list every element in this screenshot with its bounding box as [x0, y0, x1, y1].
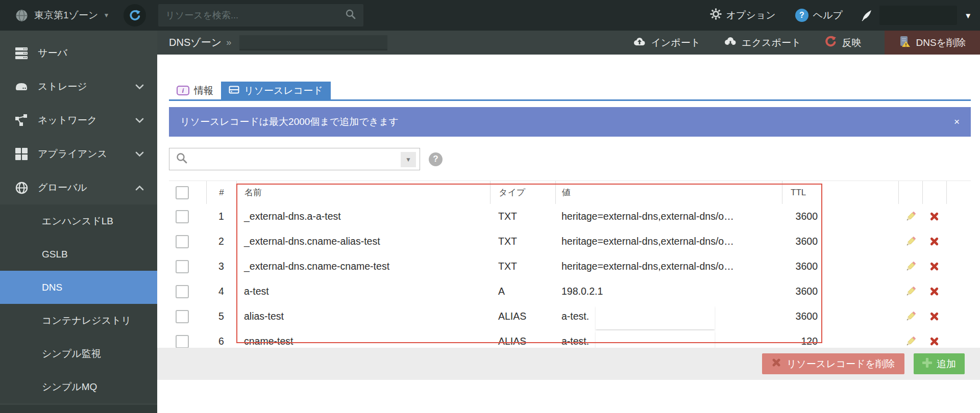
- edit-pencil-icon[interactable]: [904, 286, 917, 298]
- info-banner: リソースレコードは最大2000個まで追加できます ×: [169, 107, 971, 137]
- chevron-down-icon: [135, 118, 144, 123]
- delete-x-icon[interactable]: [929, 237, 939, 246]
- row-checkbox[interactable]: [176, 285, 189, 298]
- storage-icon: [14, 82, 29, 92]
- resource-search-input[interactable]: [165, 10, 345, 21]
- row-checkbox[interactable]: [176, 310, 189, 323]
- edit-pencil-icon[interactable]: [904, 236, 917, 248]
- appliance-icon: [14, 148, 29, 161]
- record-value: heritage=external-dns,external-dns/o…: [555, 204, 782, 229]
- row-checkbox[interactable]: [176, 210, 189, 223]
- value-redaction-overlay: [596, 305, 715, 329]
- column-header-name[interactable]: 名前: [236, 181, 490, 204]
- network-icon: [14, 114, 29, 126]
- help-button[interactable]: ? ヘルプ: [795, 9, 843, 22]
- options-button[interactable]: オプション: [710, 8, 776, 22]
- record-type: TXT: [490, 254, 555, 279]
- column-header-type[interactable]: タイプ: [490, 181, 555, 204]
- delete-x-icon[interactable]: [929, 337, 939, 346]
- table-row: 1 _external-dns.a-a-test TXT heritage=ex…: [169, 204, 971, 229]
- row-checkbox[interactable]: [176, 335, 189, 348]
- record-filter-box[interactable]: ▼: [169, 148, 420, 170]
- delete-records-button[interactable]: リソースレコードを削除: [762, 353, 904, 374]
- table-body: 1 _external-dns.a-a-test TXT heritage=ex…: [169, 204, 971, 354]
- row-number: 3: [206, 254, 236, 279]
- zone-selector-label[interactable]: 東京第1ゾーン: [34, 9, 98, 22]
- refresh-button[interactable]: [124, 4, 146, 27]
- import-button[interactable]: インポート: [633, 36, 700, 49]
- delete-x-icon[interactable]: [929, 262, 939, 271]
- row-number: 2: [206, 229, 236, 254]
- sidebar-item-label: ネットワーク: [38, 114, 97, 127]
- delete-x-icon[interactable]: [929, 312, 939, 321]
- sidebar-item-simple-monitoring[interactable]: シンプル監視: [0, 337, 157, 370]
- sidebar-item-label: サーバ: [38, 46, 67, 60]
- content: i 情報 リソースレコード リソースレコードは最大2000個まで追加できます ×: [157, 82, 980, 354]
- sidebar-next-section-edge: [0, 405, 157, 413]
- records-table: # 名前 タイプ 値 TTL 1 _external-dns.a-a-test …: [169, 180, 971, 354]
- add-record-button[interactable]: 追加: [914, 353, 965, 374]
- globe-icon: [14, 182, 29, 194]
- row-number: 1: [206, 204, 236, 229]
- table-header-row: # 名前 タイプ 値 TTL: [169, 180, 971, 204]
- sidebar-item-global[interactable]: グローバル: [0, 171, 157, 204]
- sub-item-label: DNS: [42, 282, 62, 293]
- tab-info[interactable]: i 情報: [169, 82, 221, 99]
- zone-caret-down-icon[interactable]: ▼: [103, 12, 109, 19]
- record-filter-input[interactable]: [193, 154, 395, 165]
- account-name-redacted[interactable]: [879, 6, 957, 25]
- row-number: 4: [206, 279, 236, 304]
- feather-icon: [861, 9, 872, 21]
- sidebar-item-simple-mq[interactable]: シンプルMQ: [0, 370, 157, 403]
- sidebar-item-network[interactable]: ネットワーク: [0, 104, 157, 137]
- sub-item-label: エンハンスドLB: [42, 215, 113, 228]
- reflect-button[interactable]: 反映: [824, 35, 861, 50]
- record-type: ALIAS: [490, 304, 555, 329]
- sidebar: サーバ ストレージ: [0, 31, 157, 413]
- delete-dns-label: DNSを削除: [916, 36, 966, 49]
- select-all-checkbox[interactable]: [176, 186, 189, 199]
- record-name: _external-dns.a-a-test: [236, 204, 490, 229]
- record-type: A: [490, 279, 555, 304]
- sidebar-item-server[interactable]: サーバ: [0, 36, 157, 70]
- delete-x-icon[interactable]: [929, 287, 939, 296]
- sidebar-item-label: グローバル: [38, 181, 87, 194]
- table-row: 2 _external-dns.cname-alias-test TXT her…: [169, 229, 971, 254]
- table-row: 4 a-test A 198.0.2.1 3600: [169, 279, 971, 304]
- sidebar-item-dns[interactable]: DNS: [0, 271, 157, 304]
- delete-dns-button[interactable]: DNSを削除: [885, 31, 980, 55]
- dns-warning-icon: [899, 36, 911, 50]
- column-header-ttl[interactable]: TTL: [782, 181, 898, 204]
- delete-records-label: リソースレコードを削除: [787, 357, 895, 371]
- column-header-num[interactable]: #: [206, 181, 236, 204]
- breadcrumb: »: [226, 37, 231, 48]
- record-value: a-test.: [555, 304, 782, 329]
- record-name: alias-test: [236, 304, 490, 329]
- banner-close-icon[interactable]: ×: [954, 116, 960, 127]
- record-value: heritage=external-dns,external-dns/o…: [555, 254, 782, 279]
- column-header-value[interactable]: 値: [555, 181, 782, 204]
- sidebar-item-gslb[interactable]: GSLB: [0, 238, 157, 271]
- sidebar-item-appliance[interactable]: アプライアンス: [0, 137, 157, 171]
- tab-resource-records[interactable]: リソースレコード: [221, 82, 331, 99]
- sidebar-item-enhanced-lb[interactable]: エンハンスドLB: [0, 204, 157, 238]
- edit-pencil-icon[interactable]: [904, 211, 917, 223]
- page-header: DNSゾーン » インポート エクスポート: [157, 31, 980, 55]
- row-checkbox[interactable]: [176, 260, 189, 273]
- cloud-download-icon: [724, 37, 737, 49]
- delete-x-icon[interactable]: [929, 212, 939, 221]
- edit-pencil-icon[interactable]: [904, 261, 917, 273]
- cloud-upload-icon: [633, 37, 646, 49]
- sidebar-item-storage[interactable]: ストレージ: [0, 70, 157, 104]
- edit-pencil-icon[interactable]: [904, 311, 917, 323]
- resource-search-box[interactable]: [158, 4, 363, 27]
- export-button[interactable]: エクスポート: [724, 36, 801, 49]
- filter-dropdown-button[interactable]: ▼: [401, 152, 416, 167]
- server-icon: [14, 47, 29, 59]
- row-checkbox[interactable]: [176, 235, 189, 248]
- account-caret-down-icon[interactable]: ▼: [964, 11, 972, 20]
- edit-pencil-icon[interactable]: [904, 335, 917, 348]
- filter-help-icon[interactable]: ?: [429, 152, 443, 166]
- sidebar-item-container-registry[interactable]: コンテナレジストリ: [0, 304, 157, 337]
- record-name: _external-dns.cname-alias-test: [236, 229, 490, 254]
